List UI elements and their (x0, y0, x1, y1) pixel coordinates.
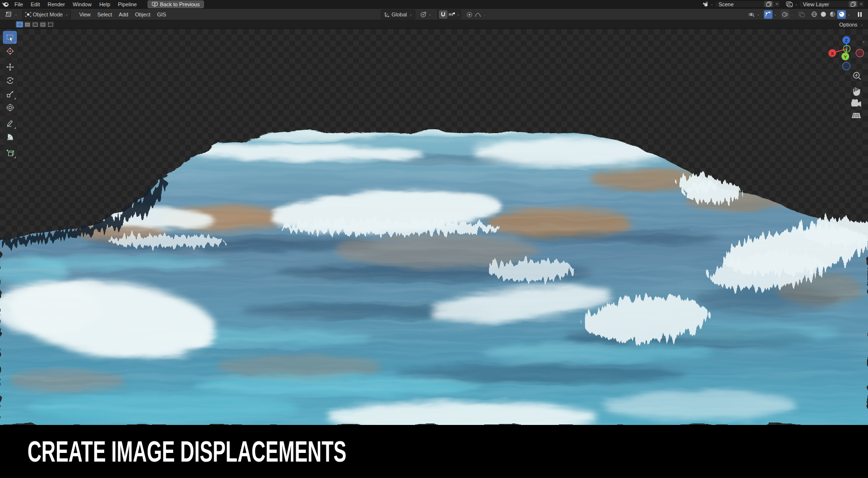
chevron-down-icon[interactable]: ⌄ (773, 13, 776, 16)
back-to-previous-button[interactable]: Back to Previous (148, 0, 204, 8)
pan-hand-icon[interactable] (854, 87, 860, 96)
camera-view-icon[interactable] (852, 99, 861, 106)
menu-add[interactable]: Add (115, 12, 132, 17)
new-scene-icon[interactable] (764, 1, 773, 7)
viewport-toolbar (3, 31, 17, 159)
chevron-down-icon[interactable]: ⌄ (457, 13, 460, 16)
chevron-down-icon[interactable]: ⌄ (790, 13, 793, 16)
caption-bar: CREATE IMAGE DISPLACEMENTS (0, 425, 868, 478)
object-mode-icon (25, 12, 31, 17)
orientation-axes-icon (384, 12, 390, 17)
blender-window: File Edit Render Window Help Pipeline Ba… (0, 0, 868, 478)
view-layer-name[interactable]: View Layer (800, 1, 849, 7)
viewport-header: ⌄ Object Mode ⌄ View Select Add Object G… (0, 9, 868, 20)
gizmo-z-label[interactable]: Z (845, 38, 848, 43)
unlink-icon[interactable]: ✕ (858, 1, 865, 7)
gizmo-y-label[interactable]: Y (844, 55, 847, 59)
chevron-down-icon: ⌄ (860, 23, 863, 27)
move-tool[interactable] (3, 60, 17, 73)
rotate-tool[interactable] (3, 74, 17, 87)
terrain-render (0, 29, 868, 425)
snap-increment-icon[interactable] (448, 10, 456, 19)
magnet-icon[interactable] (439, 10, 448, 19)
mode-selector-value: Object Mode (33, 12, 63, 17)
select-box-tool[interactable] (3, 31, 17, 44)
select-mode-group (16, 21, 54, 27)
visibility-eye-icon[interactable] (747, 10, 756, 19)
scale-tool[interactable] (3, 87, 17, 100)
navigation-gizmo[interactable]: Z X Y (827, 29, 868, 121)
orthographic-grid-icon[interactable] (852, 113, 860, 118)
view-layer-icon[interactable]: ⌄ (785, 1, 799, 7)
select-mode-set-icon[interactable] (16, 21, 23, 27)
rendered-icon[interactable] (837, 10, 846, 19)
chevron-down-icon: ⌄ (409, 13, 412, 16)
menu-render[interactable]: Render (44, 1, 69, 7)
select-mode-subtract-icon[interactable] (31, 21, 39, 27)
menu-window[interactable]: Window (69, 1, 95, 7)
transform-orientation-dropdown[interactable]: Global ⌄ (381, 10, 415, 19)
scene-name[interactable]: Scene (715, 1, 764, 7)
scene-icon[interactable]: ⌄ (701, 1, 715, 7)
transform-tool[interactable] (3, 101, 17, 114)
new-layer-icon[interactable] (849, 1, 857, 7)
chevron-down-icon: ⌄ (14, 13, 17, 16)
menu-select[interactable]: Select (94, 12, 116, 17)
orientation-value: Global (392, 12, 407, 17)
editor-type-selector[interactable]: ⌄ (2, 10, 20, 19)
add-cube-tool[interactable] (3, 146, 17, 159)
select-mode-intersect-icon[interactable] (47, 21, 54, 27)
mode-selector-dropdown[interactable]: Object Mode ⌄ (22, 10, 71, 19)
tool-settings-bar: Options ⌄ (0, 20, 868, 29)
chevron-down-icon: ⌄ (429, 13, 432, 16)
chevron-down-icon[interactable]: ⌄ (757, 13, 760, 16)
chevron-down-icon[interactable]: ⌄ (483, 13, 486, 16)
chevron-down-icon: ⌄ (65, 13, 68, 16)
select-mode-invert-icon[interactable] (39, 21, 46, 27)
chevron-down-icon: ⌄ (710, 2, 713, 6)
solid-icon[interactable] (819, 10, 827, 19)
back-screen-icon (152, 2, 158, 7)
xray-toggle-icon[interactable] (797, 10, 806, 19)
annotate-tool[interactable] (3, 117, 17, 130)
overlays-toggle-icon[interactable] (781, 10, 789, 19)
blender-logo-icon[interactable] (0, 1, 11, 8)
menu-view[interactable]: View (76, 12, 94, 17)
top-menu-bar: File Edit Render Window Help Pipeline Ba… (0, 0, 868, 9)
measure-tool[interactable] (3, 130, 17, 143)
material-preview-icon[interactable] (828, 10, 837, 19)
menu-edit[interactable]: Edit (27, 1, 44, 7)
caption-text: CREATE IMAGE DISPLACEMENTS (27, 425, 346, 478)
zoom-icon[interactable] (854, 72, 861, 80)
gizmos-toggle-icon[interactable] (764, 10, 773, 19)
cursor-tool[interactable] (3, 44, 17, 57)
scene-selector: ⌄ Scene ✕ (701, 0, 781, 8)
menu-pipeline[interactable]: Pipeline (114, 1, 141, 7)
unlink-icon[interactable]: ✕ (773, 1, 780, 7)
falloff-curve-icon[interactable] (474, 10, 482, 19)
editor-3d-viewport-icon (5, 11, 12, 17)
pivot-point-icon (420, 12, 426, 18)
chevron-down-icon[interactable]: ⌄ (847, 13, 850, 16)
sidebar-collapse-icon[interactable]: ‹ (863, 39, 865, 44)
select-mode-extend-icon[interactable] (24, 21, 31, 27)
viewport-canvas[interactable] (0, 29, 868, 425)
options-dropdown[interactable]: Options ⌄ (839, 22, 863, 27)
view-layer-selector: ⌄ View Layer ✕ (785, 0, 865, 8)
pause-icon[interactable] (855, 10, 864, 19)
menu-help[interactable]: Help (95, 1, 114, 7)
wireframe-icon[interactable] (810, 10, 818, 19)
back-button-label: Back to Previous (160, 1, 200, 7)
menu-object[interactable]: Object (132, 12, 154, 17)
gizmo-x-label[interactable]: X (831, 51, 834, 56)
pivot-point-dropdown[interactable]: ⌄ (417, 10, 434, 19)
proportional-edit-icon[interactable] (465, 10, 474, 19)
menu-gis[interactable]: GIS (154, 12, 170, 17)
options-label: Options (839, 22, 857, 27)
chevron-down-icon: ⌄ (795, 2, 798, 6)
menu-file[interactable]: File (11, 1, 27, 7)
